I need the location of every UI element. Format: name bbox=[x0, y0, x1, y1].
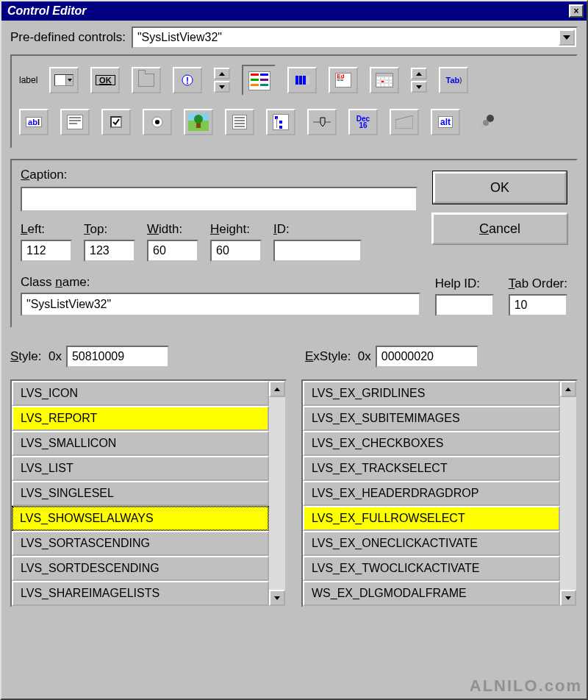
svg-point-13 bbox=[194, 115, 203, 124]
svg-marker-1 bbox=[68, 79, 72, 82]
exstyle-listbox[interactable]: LVS_EX_GRIDLINESLVS_EX_SUBITEMIMAGESLVS_… bbox=[301, 379, 578, 607]
list-item[interactable]: WS_EX_DLGMODALFRAME bbox=[303, 581, 560, 606]
predefined-combo[interactable]: "SysListView32" bbox=[132, 26, 578, 49]
list-item[interactable]: LVS_SORTDESCENDING bbox=[12, 556, 269, 581]
svg-point-17 bbox=[483, 120, 489, 126]
toolbox: label OK ! bbox=[10, 54, 578, 149]
list-item[interactable]: LVS_SORTASCENDING bbox=[12, 531, 269, 556]
classname-input[interactable]: "SysListView32" bbox=[21, 293, 420, 316]
tool-checkbox[interactable] bbox=[101, 109, 131, 135]
list-item[interactable]: LVS_ICON bbox=[12, 381, 269, 406]
taborder-label: Tab Order: bbox=[509, 276, 567, 291]
tool-progress[interactable] bbox=[287, 67, 317, 93]
list-item[interactable]: LVS_REPORT bbox=[12, 406, 269, 431]
window-title: Control Editor bbox=[4, 4, 87, 18]
tool-slider[interactable] bbox=[307, 109, 337, 135]
list-item[interactable]: LVS_EX_ONECLICKACTIVATE bbox=[303, 531, 560, 556]
width-input[interactable]: 60 bbox=[147, 240, 198, 262]
tool-edit[interactable]: abI bbox=[19, 109, 49, 135]
svg-marker-15 bbox=[320, 118, 325, 126]
list-item[interactable]: LVS_EX_FULLROWSELECT bbox=[303, 506, 560, 531]
left-input[interactable]: 112 bbox=[21, 240, 72, 262]
tool-label-text[interactable]: label bbox=[19, 67, 37, 93]
titlebar: Control Editor × bbox=[1, 1, 587, 21]
list-item[interactable]: LVS_EX_CHECKBOXES bbox=[303, 431, 560, 456]
style-input[interactable]: 50810009 bbox=[66, 346, 169, 368]
ok-button[interactable]: OK bbox=[434, 172, 566, 203]
svg-marker-19 bbox=[274, 388, 280, 391]
svg-point-9 bbox=[155, 120, 159, 124]
predefined-label: Pre-defined controls: bbox=[10, 30, 126, 45]
tool-alt[interactable]: alt bbox=[431, 109, 460, 135]
taborder-input[interactable]: 10 bbox=[509, 294, 567, 316]
toolbox-row-1: label OK ! bbox=[19, 65, 569, 96]
scroll-up-icon[interactable] bbox=[269, 381, 285, 397]
tool-info-icon[interactable]: ! bbox=[173, 67, 202, 93]
svg-marker-20 bbox=[274, 596, 280, 600]
scrollbar[interactable] bbox=[269, 381, 285, 606]
control-editor-window: Control Editor × Pre-defined controls: "… bbox=[0, 0, 588, 700]
height-input[interactable]: 60 bbox=[210, 240, 262, 262]
tool-radio[interactable] bbox=[143, 109, 172, 135]
client-area: Pre-defined controls: "SysListView32" la… bbox=[1, 21, 587, 699]
svg-point-18 bbox=[480, 124, 484, 129]
up-arrow-icon[interactable] bbox=[214, 68, 230, 79]
list-item[interactable]: LVS_EX_TWOCLICKACTIVATE bbox=[303, 556, 560, 581]
tool-ok-button[interactable]: OK bbox=[90, 67, 120, 93]
scroll-up-icon[interactable] bbox=[560, 381, 576, 397]
list-item[interactable]: LVS_LIST bbox=[12, 456, 269, 481]
down-arrow-icon[interactable] bbox=[214, 81, 230, 93]
tool-richedit[interactable]: Ed≡≡ bbox=[329, 67, 358, 93]
exstyle-input[interactable]: 00000020 bbox=[376, 346, 478, 368]
tool-monthcal[interactable] bbox=[370, 67, 399, 93]
height-label: Height: bbox=[210, 222, 262, 237]
svg-text:!: ! bbox=[186, 76, 189, 86]
left-label: Left: bbox=[21, 222, 72, 237]
tool-date[interactable]: Dec16 bbox=[348, 109, 378, 135]
id-label: ID: bbox=[273, 222, 362, 237]
scroll-down-icon[interactable] bbox=[560, 590, 576, 606]
caption-label: Caption: bbox=[21, 168, 417, 182]
list-item[interactable]: LVS_EX_HEADERDRAGDROP bbox=[303, 481, 560, 506]
tool-listview[interactable] bbox=[242, 65, 276, 96]
tool-tab[interactable]: Tab) bbox=[439, 67, 468, 93]
helpid-label: Help ID: bbox=[435, 276, 494, 291]
list-item[interactable]: LVS_EX_GRIDLINES bbox=[303, 381, 560, 406]
tool-frame[interactable] bbox=[390, 109, 419, 135]
list-item[interactable]: LVS_EX_TRACKSELECT bbox=[303, 456, 560, 481]
tool-custom[interactable] bbox=[472, 109, 501, 135]
list-item[interactable]: LVS_SHOWSELALWAYS bbox=[12, 506, 269, 531]
scroll-down-icon[interactable] bbox=[269, 590, 285, 606]
caption-input[interactable] bbox=[21, 187, 417, 212]
tool-spin[interactable] bbox=[411, 68, 427, 93]
style-listbox[interactable]: LVS_ICONLVS_REPORTLVS_SMALLICONLVS_LISTL… bbox=[10, 379, 287, 607]
scrollbar[interactable] bbox=[560, 381, 576, 606]
style-label: Style: 0x bbox=[10, 349, 62, 364]
tool-list[interactable] bbox=[225, 109, 254, 135]
close-icon[interactable]: × bbox=[569, 4, 584, 18]
svg-marker-5 bbox=[219, 85, 225, 89]
svg-marker-22 bbox=[565, 596, 571, 600]
width-label: Width: bbox=[147, 222, 198, 237]
caption-group: Caption: Left:112 Top:123 Width:60 Heigh… bbox=[10, 159, 578, 328]
tool-tree[interactable] bbox=[266, 109, 295, 135]
tool-memo[interactable] bbox=[60, 109, 90, 135]
tool-updown[interactable] bbox=[214, 68, 230, 93]
exstyle-label: ExStyle: 0x bbox=[305, 349, 371, 364]
predefined-value: "SysListView32" bbox=[137, 31, 222, 44]
top-input[interactable]: 123 bbox=[84, 240, 135, 262]
tool-picture[interactable] bbox=[184, 109, 213, 135]
helpid-input[interactable] bbox=[435, 294, 494, 316]
list-item[interactable]: LVS_SHAREIMAGELISTS bbox=[12, 581, 269, 606]
list-item[interactable]: LVS_EX_SUBITEMIMAGES bbox=[303, 406, 560, 431]
svg-marker-7 bbox=[416, 85, 422, 89]
list-item[interactable]: LVS_SMALLICON bbox=[12, 431, 269, 456]
id-input[interactable] bbox=[273, 240, 362, 262]
ok-button-wrap: OK bbox=[432, 171, 567, 204]
list-item[interactable]: LVS_SINGLESEL bbox=[12, 481, 269, 506]
cancel-button[interactable]: Cancel bbox=[432, 213, 567, 244]
chevron-down-icon[interactable] bbox=[559, 29, 575, 46]
svg-marker-6 bbox=[416, 72, 422, 76]
tool-combo[interactable] bbox=[49, 67, 79, 93]
tool-tab-pane[interactable] bbox=[132, 67, 161, 93]
